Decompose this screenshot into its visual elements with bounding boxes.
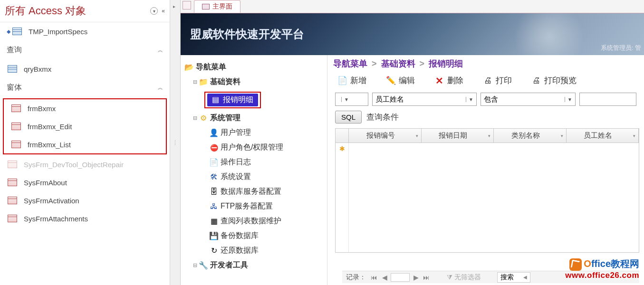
nav-label: SysFrmAbout <box>24 179 163 187</box>
filter-indicator: ⧩ 无筛选器 <box>447 273 481 282</box>
grid-header: 报销编号▾ 报销日期▾ 类别名称▾ 员工姓名▾ <box>336 129 639 143</box>
content-row: 📂 导航菜单 ⊟ 📁 基础资料 ▤ 报销明细 ⊟ ⚙ 系统管理 <box>181 55 644 285</box>
gear-icon: 🛠 <box>209 173 219 181</box>
nav-label: frmBxmx_Edit <box>28 123 159 131</box>
col-label: 报销编号 <box>366 131 395 140</box>
delete-button[interactable]: ✕ 删除 <box>434 75 463 86</box>
tree-syscfg[interactable]: 🛠 系统设置 <box>183 170 324 184</box>
tree-devtools[interactable]: ⊟ 🔧 开发者工具 <box>183 258 324 273</box>
form-icon <box>7 196 18 205</box>
nav-item-sys-attachments[interactable]: SysFrmAttachments <box>0 209 170 228</box>
nav-item-sys-about[interactable]: SysFrmAbout <box>0 173 170 191</box>
crumb-basic[interactable]: 基础资料 <box>381 59 415 68</box>
chevron-right-icon: ▸ <box>173 4 175 9</box>
filter-op-combo[interactable]: 包含 ▼ <box>481 93 576 106</box>
filter-value-input[interactable] <box>579 93 636 106</box>
banner-title: 盟威软件快速开发平台 <box>190 27 304 42</box>
edit-icon: ✏️ <box>385 76 396 86</box>
nav-item-frm-bxmx-list[interactable]: frmBxmx_List <box>4 135 166 153</box>
nav-group-queries[interactable]: 查询 ︽ <box>0 40 170 60</box>
data-grid: 报销编号▾ 报销日期▾ 类别名称▾ 员工姓名▾ ✱ <box>335 128 639 253</box>
nav-item-frm-bxmx-edit[interactable]: frmBxmx_Edit <box>4 117 166 135</box>
nav-label: SysFrm_DevTool_ObjectRepair <box>24 161 163 169</box>
tree-ftpserver[interactable]: 🖧 FTP服务器配置 <box>183 199 324 214</box>
nav-item-sys-activation[interactable]: SysFrmActivation <box>0 191 170 209</box>
nav-item-frm-bxmx[interactable]: frmBxmx <box>4 99 166 117</box>
brand-text: ffice教程网 <box>591 258 639 269</box>
row-marker[interactable]: ✱ <box>336 143 349 252</box>
filter-label: 无筛选器 <box>454 273 481 282</box>
tree-expander-icon[interactable]: ⊟ <box>192 79 198 85</box>
tree-label: 基础资料 <box>210 77 240 87</box>
tree-sysmgmt[interactable]: ⊟ ⚙ 系统管理 <box>183 111 324 125</box>
nav-collapse-chevron[interactable]: « <box>162 8 165 14</box>
tab-main[interactable]: 主界面 <box>194 0 240 13</box>
nav-header: 所有 Access 对象 ▾ « <box>0 0 170 22</box>
tree-restore[interactable]: ↻ 还原数据库 <box>183 243 324 258</box>
nav-item-import-specs[interactable]: ◆ TMP_ImportSpecs <box>0 22 170 40</box>
nav-item-qry-bxmx[interactable]: qryBxmx <box>0 60 170 78</box>
combo-value: 包含 <box>484 95 498 104</box>
grid-col-bxno[interactable]: 报销编号▾ <box>349 129 422 142</box>
nav-item-sys-repair[interactable]: SysFrm_DevTool_ObjectRepair <box>0 155 170 173</box>
star-icon: ⚙ <box>199 114 208 123</box>
grid-col-employee[interactable]: 员工姓名▾ <box>567 129 639 142</box>
tree-expander-icon[interactable]: ⊟ <box>192 115 198 121</box>
nav-label: frmBxmx <box>28 104 159 113</box>
chevron-down-icon: ▾ <box>633 133 635 138</box>
document-icon: 📄 <box>209 158 219 167</box>
sql-row: SQL 查询条件 <box>327 108 644 126</box>
tree-listmaint[interactable]: ▦ 查阅列表数据维护 <box>183 214 324 228</box>
first-record-button[interactable]: ⏮ <box>370 274 378 281</box>
add-button[interactable]: 📄 新增 <box>337 75 366 86</box>
tree-label: 开发者工具 <box>210 260 248 270</box>
filter-combo-1[interactable]: ▼ <box>335 93 368 106</box>
print-preview-button[interactable]: 🖨 打印预览 <box>531 75 577 86</box>
funnel-icon: ⧩ <box>447 273 452 281</box>
print-button[interactable]: 🖨 打印 <box>482 75 512 86</box>
next-record-button[interactable]: ▶ <box>412 274 420 281</box>
tree-label: 查阅列表数据维护 <box>221 216 281 226</box>
edit-button[interactable]: ✏️ 编辑 <box>385 75 415 86</box>
btn-label: 编辑 <box>399 75 415 86</box>
grid-col-category[interactable]: 类别名称▾ <box>494 129 567 142</box>
nav-title: 所有 Access 对象 <box>5 4 150 18</box>
tree-oplog[interactable]: 📄 操作日志 <box>183 155 324 170</box>
prev-record-button[interactable]: ◀ <box>380 274 389 281</box>
tree-backup[interactable]: 💾 备份数据库 <box>183 228 324 243</box>
filter-field-combo[interactable]: 员工姓名 ▼ <box>372 93 477 106</box>
tree-rolemgmt[interactable]: ⛔ 用户角色/权限管理 <box>183 140 324 155</box>
tree-label: 导航菜单 <box>196 62 226 72</box>
tree-label: 用户角色/权限管理 <box>221 142 283 152</box>
drag-handle-icon: ···· <box>174 140 176 145</box>
chevron-left-icon: ◀ <box>523 275 527 280</box>
form-icon <box>10 140 22 149</box>
search-placeholder: 搜索 <box>500 273 514 282</box>
crumb-current: 报销明细 <box>429 59 463 68</box>
tree-usermgmt[interactable]: 👤 用户管理 <box>183 125 324 140</box>
grid-select-all[interactable] <box>336 129 349 142</box>
pane-splitter[interactable]: ▸ ···· <box>170 0 181 285</box>
tree-basic-data[interactable]: ⊟ 📁 基础资料 <box>183 75 324 89</box>
grid-col-date[interactable]: 报销日期▾ <box>422 129 494 142</box>
nav-dropdown-icon[interactable]: ▾ <box>150 7 158 15</box>
brand-o: O <box>584 258 591 269</box>
tree-expander-icon[interactable]: ⊟ <box>192 262 198 268</box>
watermark: Office教程网 www.office26.com <box>565 257 639 280</box>
tree-root[interactable]: 📂 导航菜单 <box>183 60 324 75</box>
highlight-frame: ▤ 报销明细 <box>204 92 261 108</box>
search-box[interactable]: 搜索 ◀ <box>497 272 530 283</box>
list-icon: ▦ <box>209 217 219 226</box>
tree-bxmx[interactable]: ▤ 报销明细 <box>183 89 324 111</box>
record-number-input[interactable] <box>391 273 410 282</box>
crumb-nav[interactable]: 导航菜单 <box>333 59 367 68</box>
nav-group-forms[interactable]: 窗体 ︽ <box>0 78 170 97</box>
right-pane: 导航菜单 > 基础资料 > 报销明细 📄 新增 ✏️ 编辑 ✕ 删除 <box>327 55 644 285</box>
sql-button[interactable]: SQL <box>335 111 362 124</box>
highlight-frame: frmBxmx frmBxmx_Edit frmBxmx_List <box>3 98 167 154</box>
group-label: 查询 <box>7 45 158 55</box>
grid-body[interactable]: ✱ <box>336 143 639 252</box>
last-record-button[interactable]: ⏭ <box>422 274 431 281</box>
tree-dbserver[interactable]: 🗄 数据库服务器配置 <box>183 184 324 199</box>
restore-icon: ↻ <box>209 246 219 255</box>
